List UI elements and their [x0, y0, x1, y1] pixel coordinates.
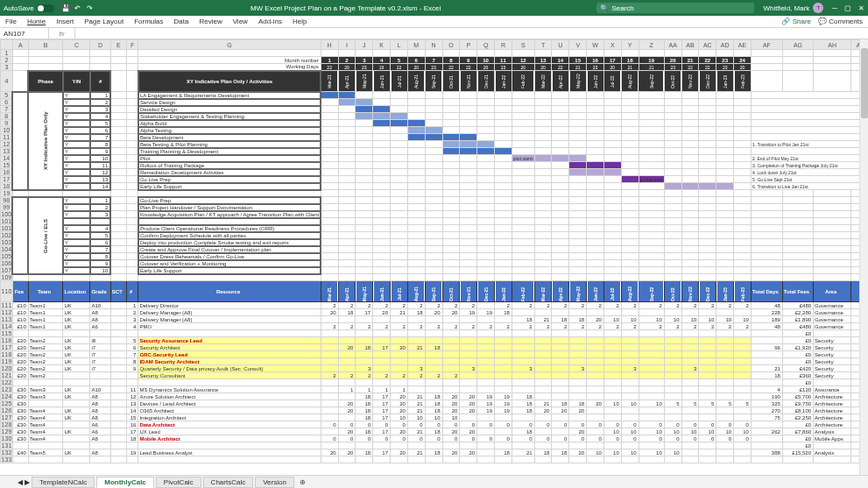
- close-icon[interactable]: ✕: [858, 4, 864, 12]
- row-header[interactable]: 128: [1, 421, 13, 428]
- tab-formulas[interactable]: Formulas: [134, 18, 163, 25]
- sheet-nav-next-icon[interactable]: ▶: [25, 478, 30, 486]
- col-header[interactable]: W: [587, 40, 604, 50]
- redo-icon[interactable]: ↷: [86, 4, 95, 12]
- col-header[interactable]: S: [512, 40, 534, 50]
- name-box[interactable]: AN107: [0, 28, 49, 39]
- comments-button[interactable]: 💬 Comments: [818, 18, 863, 25]
- tab-file[interactable]: File: [5, 18, 17, 25]
- toggle-icon[interactable]: [37, 4, 54, 12]
- row-header[interactable]: 14: [1, 155, 13, 162]
- col-header[interactable]: AE: [734, 40, 752, 50]
- fx-icon[interactable]: fx: [49, 28, 75, 39]
- sheet-tab-monthly[interactable]: MonthlyCalc: [96, 477, 154, 488]
- row-header[interactable]: 118: [1, 351, 13, 358]
- row-header[interactable]: 129: [1, 428, 13, 435]
- col-header[interactable]: D: [90, 40, 110, 50]
- col-header[interactable]: F: [126, 40, 138, 50]
- col-header[interactable]: H: [321, 40, 338, 50]
- col-header[interactable]: C: [63, 40, 90, 50]
- row-header[interactable]: 112: [1, 309, 13, 316]
- user-area[interactable]: Whitfield, Mark T: [763, 3, 823, 13]
- col-header[interactable]: J: [356, 40, 373, 50]
- tab-home[interactable]: Home: [27, 18, 46, 25]
- row-header[interactable]: 120: [1, 365, 13, 372]
- col-header[interactable]: Q: [477, 40, 495, 50]
- vertical-scrollbar[interactable]: [859, 39, 868, 475]
- row-header[interactable]: 104: [1, 246, 13, 253]
- row-header[interactable]: 107: [1, 267, 13, 274]
- col-header[interactable]: A: [12, 40, 28, 50]
- row-header[interactable]: 98: [1, 197, 13, 204]
- col-header[interactable]: AC: [699, 40, 716, 50]
- col-header[interactable]: K: [373, 40, 391, 50]
- row-header[interactable]: 117: [1, 344, 13, 351]
- row-header[interactable]: 124: [1, 393, 13, 400]
- row-header[interactable]: 11: [1, 134, 13, 141]
- col-header[interactable]: U: [552, 40, 569, 50]
- col-header[interactable]: AA: [664, 40, 681, 50]
- row-header[interactable]: 131: [1, 442, 13, 449]
- row-header[interactable]: 109: [1, 274, 13, 281]
- row-header[interactable]: 127: [1, 414, 13, 421]
- row-header[interactable]: 116: [1, 337, 13, 344]
- row-header[interactable]: 12: [1, 141, 13, 148]
- col-header[interactable]: B: [28, 40, 63, 50]
- row-header[interactable]: 9: [1, 120, 13, 127]
- col-header[interactable]: P: [460, 40, 477, 50]
- maximize-icon[interactable]: ▢: [844, 4, 851, 12]
- share-button[interactable]: 🔗 Share: [781, 18, 811, 25]
- row-header[interactable]: 121: [1, 372, 13, 379]
- autosave-toggle[interactable]: AutoSave: [4, 4, 54, 12]
- row-header[interactable]: 110: [1, 281, 13, 302]
- row-header[interactable]: 113: [1, 316, 13, 323]
- save-icon[interactable]: 💾: [61, 4, 70, 12]
- new-sheet-icon[interactable]: ⊕: [300, 478, 306, 486]
- row-header[interactable]: 101: [1, 218, 13, 225]
- tab-data[interactable]: Data: [174, 18, 189, 25]
- tab-page-layout[interactable]: Page Layout: [84, 18, 123, 25]
- row-header[interactable]: 102: [1, 232, 13, 239]
- col-header[interactable]: M: [407, 40, 425, 50]
- search-box[interactable]: 🔍 Search: [596, 3, 754, 13]
- tab-view[interactable]: View: [233, 18, 248, 25]
- row-header[interactable]: 130: [1, 435, 13, 442]
- row-header[interactable]: 13: [1, 148, 13, 155]
- col-header[interactable]: AD: [716, 40, 734, 50]
- row-header[interactable]: 4: [1, 71, 13, 92]
- row-header[interactable]: 115: [1, 330, 13, 337]
- col-header[interactable]: Y: [621, 40, 639, 50]
- col-header[interactable]: V: [569, 40, 587, 50]
- col-header[interactable]: L: [391, 40, 408, 50]
- row-header[interactable]: 17: [1, 176, 13, 183]
- col-header[interactable]: T: [534, 40, 552, 50]
- row-header[interactable]: 8: [1, 113, 13, 120]
- row-header[interactable]: 126: [1, 407, 13, 414]
- undo-icon[interactable]: ↶: [74, 4, 82, 12]
- row-header[interactable]: 119: [1, 358, 13, 365]
- col-header[interactable]: G: [138, 40, 321, 50]
- row-header[interactable]: 111: [1, 302, 13, 309]
- row-header[interactable]: 101: [1, 225, 13, 232]
- scrollbar-thumb[interactable]: [861, 48, 868, 118]
- row-header[interactable]: 19: [1, 190, 13, 197]
- col-header[interactable]: X: [603, 40, 621, 50]
- tab-addins[interactable]: Add-ins: [258, 18, 282, 25]
- row-header[interactable]: 2: [1, 57, 13, 64]
- col-header[interactable]: Z: [639, 40, 664, 50]
- col-header[interactable]: I: [338, 40, 356, 50]
- tab-review[interactable]: Review: [199, 18, 222, 25]
- row-header[interactable]: 18: [1, 183, 13, 190]
- row-header[interactable]: 10: [1, 127, 13, 134]
- col-header[interactable]: E: [110, 40, 126, 50]
- row-header[interactable]: 100: [1, 211, 13, 218]
- row-header[interactable]: 132: [1, 449, 13, 456]
- sheet-tab-charts[interactable]: ChartsCalc: [203, 477, 254, 488]
- sheet-tab-version[interactable]: Version: [255, 477, 294, 488]
- spreadsheet-grid[interactable]: ABCDEFGHIJKLMNOPQRSTUVWXYZAAABACADAEAFAG…: [0, 39, 868, 475]
- row-header[interactable]: 5: [1, 92, 13, 99]
- row-header[interactable]: 7: [1, 106, 13, 113]
- sheet-nav-prev-icon[interactable]: ◀: [18, 478, 23, 486]
- sheet-tab-template[interactable]: TemplateNCalc: [32, 477, 95, 488]
- row-header[interactable]: 103: [1, 239, 13, 246]
